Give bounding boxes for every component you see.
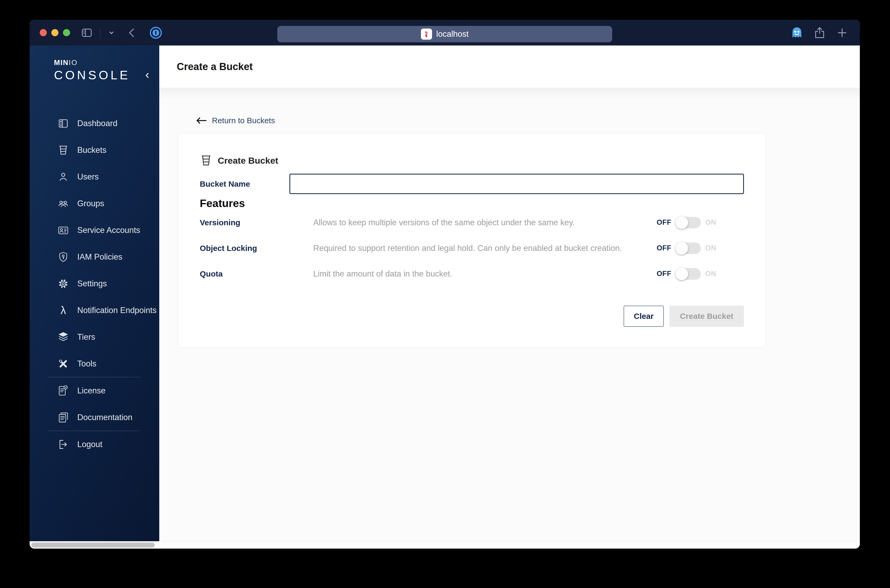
minio-console-logo: MINIO CONSOLE ‹ <box>30 45 159 97</box>
toggle-off-label: OFF <box>657 270 672 278</box>
close-window-button[interactable] <box>40 29 47 36</box>
feature-name: Versioning <box>200 218 313 227</box>
bucket-name-input[interactable] <box>289 174 744 194</box>
toggle-off-label: OFF <box>657 218 672 226</box>
share-icon[interactable] <box>813 26 827 40</box>
minio-favicon <box>421 28 432 40</box>
feature-name: Quota <box>200 269 313 278</box>
iam-policies-icon <box>57 250 69 263</box>
versioning-toggle[interactable] <box>676 217 701 228</box>
minimize-window-button[interactable] <box>51 29 59 36</box>
settings-icon <box>57 278 69 290</box>
onepassword-icon[interactable] <box>148 25 164 40</box>
main-content: Create a Bucket Return to Buckets <box>159 45 860 541</box>
sidebar-item-logout[interactable]: Logout <box>30 431 159 458</box>
logo-product: CONSOLE <box>54 68 159 82</box>
sidebar-item-label: Service Accounts <box>77 225 140 235</box>
feature-description: Limit the amount of data in the bucket. <box>313 269 657 279</box>
object-locking-toggle[interactable] <box>676 243 701 254</box>
sidebar-item-users[interactable]: Users <box>30 164 159 190</box>
sidebar-item-label: Settings <box>77 279 107 288</box>
return-to-buckets-link[interactable]: Return to Buckets <box>195 116 275 125</box>
logout-icon <box>57 438 69 451</box>
sidebar-item-notification-endpoints[interactable]: λ Notification Endpoints <box>30 297 159 324</box>
toggle-on-label: ON <box>705 218 716 226</box>
toggle-knob <box>675 267 688 280</box>
sidebar-item-label: Tools <box>77 359 96 369</box>
bucket-name-row: Bucket Name <box>200 174 744 194</box>
sidebar-item-label: Logout <box>77 440 102 449</box>
sidebar-item-label: Groups <box>77 199 104 208</box>
sidebar-toggle-icon[interactable] <box>80 27 93 39</box>
toggle-on-label: ON <box>705 244 716 252</box>
sidebar-item-buckets[interactable]: Buckets <box>30 137 159 164</box>
sidebar-item-tools[interactable]: Tools <box>30 350 159 377</box>
sidebar-nav: Dashboard Buckets <box>30 110 159 458</box>
feature-row-object-locking: Object Locking Required to support reten… <box>200 235 744 261</box>
card-title: Create Bucket <box>218 156 278 166</box>
tiers-icon <box>57 331 69 344</box>
sidebar-item-label: Dashboard <box>77 119 117 128</box>
browser-toolbar: localhost <box>30 20 860 45</box>
toggle-knob <box>675 242 688 255</box>
sidebar-item-label: License <box>77 386 105 396</box>
features-heading: Features <box>200 197 744 210</box>
sidebar-item-label: Users <box>77 172 99 182</box>
sidebar-item-iam-policies[interactable]: IAM Policies <box>30 243 159 270</box>
create-bucket-button[interactable]: Create Bucket <box>669 306 744 327</box>
license-icon <box>57 384 69 397</box>
bucket-icon <box>200 154 212 167</box>
browser-window: localhost <box>30 20 860 549</box>
sidebar-item-documentation[interactable]: Documentation <box>30 404 159 431</box>
users-icon <box>57 171 69 183</box>
toolbar-divider <box>100 27 101 39</box>
tools-icon <box>57 357 69 370</box>
sidebar-item-label: IAM Policies <box>77 252 122 262</box>
arrow-left-icon <box>195 116 208 125</box>
sidebar-item-service-accounts[interactable]: Service Accounts <box>30 217 159 243</box>
ghostery-icon[interactable] <box>790 26 804 40</box>
horizontal-scrollbar-thumb[interactable] <box>31 543 155 548</box>
page-body: Return to Buckets Create Bucket <box>159 88 860 541</box>
back-icon[interactable] <box>126 27 138 39</box>
chevron-down-icon[interactable] <box>107 29 115 37</box>
sidebar-item-dashboard[interactable]: Dashboard <box>30 110 159 137</box>
toggle-knob <box>675 216 688 229</box>
feature-row-versioning: Versioning Allows to keep multiple versi… <box>200 210 744 235</box>
toggle-off-label: OFF <box>657 244 672 252</box>
sidebar-collapse-button[interactable]: ‹ <box>145 69 149 80</box>
sidebar-item-label: Tiers <box>77 332 95 342</box>
sidebar-item-label: Buckets <box>77 146 106 155</box>
sidebar-item-label: Documentation <box>77 413 132 422</box>
feature-description: Allows to keep multiple versions of the … <box>313 218 657 227</box>
sidebar-item-groups[interactable]: Groups <box>30 190 159 217</box>
window-controls <box>40 20 70 45</box>
feature-description: Required to support retention and legal … <box>313 243 657 253</box>
horizontal-scrollbar-track <box>30 541 860 549</box>
page-header: Create a Bucket <box>159 45 860 88</box>
sidebar: MINIO CONSOLE ‹ Dashboard <box>30 45 159 541</box>
card-actions: Clear Create Bucket <box>200 306 744 327</box>
url-bar[interactable]: localhost <box>277 26 612 42</box>
feature-row-quota: Quota Limit the amount of data in the bu… <box>200 261 744 286</box>
sidebar-item-tiers[interactable]: Tiers <box>30 324 159 350</box>
sidebar-item-label: Notification Endpoints <box>77 306 156 315</box>
new-tab-icon[interactable] <box>836 26 849 39</box>
groups-icon <box>57 197 69 210</box>
clear-button[interactable]: Clear <box>624 306 664 327</box>
buckets-icon <box>57 144 69 156</box>
url-text: localhost <box>436 29 469 39</box>
service-accounts-icon <box>57 224 69 237</box>
toggle-on-label: ON <box>705 270 716 278</box>
quota-toggle[interactable] <box>676 268 701 280</box>
zoom-window-button[interactable] <box>63 29 70 36</box>
documentation-icon <box>57 411 69 424</box>
back-link-label: Return to Buckets <box>212 116 275 125</box>
page-title: Create a Bucket <box>177 61 253 72</box>
dashboard-icon <box>57 117 69 130</box>
logo-brand: MINIO <box>54 59 159 67</box>
sidebar-item-license[interactable]: License <box>30 377 159 404</box>
feature-name: Object Locking <box>200 244 313 253</box>
sidebar-item-settings[interactable]: Settings <box>30 270 159 297</box>
create-bucket-card: Create Bucket Bucket Name Features Versi… <box>178 133 766 348</box>
